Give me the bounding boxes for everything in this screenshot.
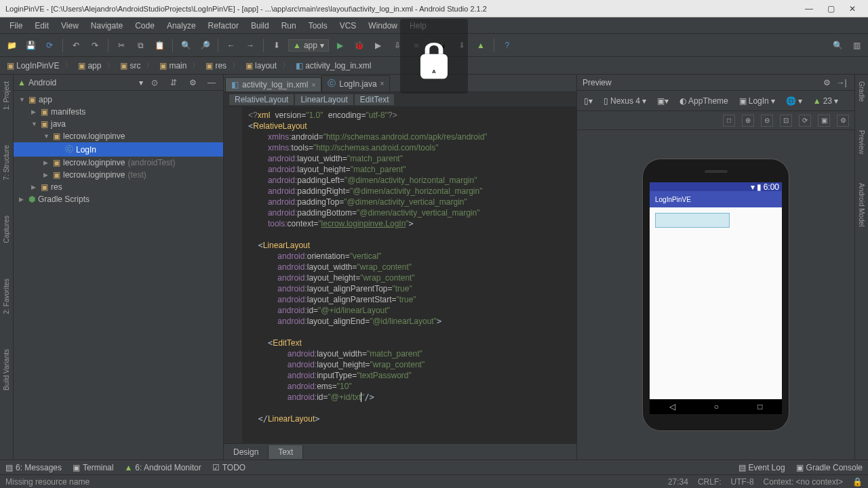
tree-node-login[interactable]: ⓒLogIn (14, 142, 223, 157)
menu-run[interactable]: Run (276, 20, 302, 32)
close-icon[interactable]: × (311, 81, 315, 89)
menu-vcs[interactable]: VCS (334, 20, 362, 32)
toolwindow-messages-tab[interactable]: ▤6: Messages (5, 463, 62, 472)
breadcrumb-root[interactable]: ▣LogInPinVE (4, 60, 62, 71)
menu-file[interactable]: File (4, 20, 28, 32)
menu-build[interactable]: Build (245, 20, 275, 32)
breadcrumb-item[interactable]: EditText (355, 94, 395, 105)
toolwindow-gradle-tab[interactable]: Gradle (857, 77, 866, 106)
tree-node-package[interactable]: ▼▣lecrow.loginpinve (14, 130, 223, 142)
run-with-coverage-icon[interactable]: ▶ (371, 38, 386, 53)
toolwindow-preview-tab[interactable]: Preview (857, 126, 866, 159)
editor-tab-java[interactable]: ⓒLogIn.java× (321, 75, 390, 92)
breadcrumb-item[interactable]: ▣layout (243, 60, 279, 71)
minimize-button[interactable]: — (799, 2, 819, 16)
zoom-actual-icon[interactable]: □ (723, 115, 735, 127)
breadcrumb-item[interactable]: ▣src (117, 60, 143, 71)
close-button[interactable]: ✕ (842, 2, 863, 16)
tree-node-manifests[interactable]: ▶▣manifests (14, 106, 223, 118)
tree-node-res[interactable]: ▶▣res (14, 181, 223, 193)
breadcrumb-item[interactable]: ▣main (157, 60, 189, 71)
project-mode-selector[interactable]: ▲ Android ▾ (18, 78, 143, 87)
refresh-icon[interactable]: ⟳ (799, 115, 811, 127)
hide-icon[interactable]: →| (834, 75, 849, 90)
undo-icon[interactable]: ↶ (68, 38, 83, 53)
menu-tools[interactable]: Tools (303, 20, 333, 32)
breadcrumb-item[interactable]: ▣app (75, 60, 104, 71)
cut-icon[interactable]: ✂ (114, 38, 129, 53)
tree-node-package[interactable]: ▶▣lecrow.loginpinve (androidTest) (14, 157, 223, 169)
settings-icon[interactable]: ⚙ (819, 75, 834, 90)
hide-icon[interactable]: — (204, 75, 219, 90)
menu-refactor[interactable]: Refactor (203, 20, 244, 32)
collapse-all-icon[interactable]: ⇵ (166, 75, 181, 90)
forward-icon[interactable]: → (243, 38, 258, 53)
menu-navigate[interactable]: Navigate (85, 20, 128, 32)
zoom-out-icon[interactable]: ⊖ (761, 115, 773, 127)
toolwindow-androidmodel-tab[interactable]: Android Model (857, 179, 866, 230)
menu-edit[interactable]: Edit (29, 20, 54, 32)
code-editor[interactable]: <?xml version="1.0" encoding="utf-8"?> <… (243, 107, 576, 443)
close-icon[interactable]: × (380, 80, 384, 87)
api-selector[interactable]: ▲23▾ (810, 95, 841, 107)
find-icon[interactable]: 🔍 (178, 38, 193, 53)
scroll-from-source-icon[interactable]: ⊙ (147, 75, 162, 90)
toolwindow-captures-tab[interactable]: Captures (2, 211, 11, 247)
toolwindow-icon[interactable]: ▥ (849, 38, 864, 53)
toolwindow-todo-tab[interactable]: ☑TODO (212, 463, 245, 472)
settings-icon[interactable]: ⚙ (185, 75, 200, 90)
settings-icon[interactable]: ⚙ (837, 115, 849, 127)
breadcrumb-item[interactable]: RelativeLayout (229, 94, 294, 105)
zoom-in-icon[interactable]: ⊕ (742, 115, 754, 127)
maximize-button[interactable]: ▢ (821, 2, 841, 16)
project-tree[interactable]: ▼▣app ▶▣manifests ▼▣java ▼▣lecrow.loginp… (14, 91, 223, 460)
editor-gutter[interactable] (224, 107, 243, 443)
device-selector[interactable]: ▯Nexus 4▾ (601, 95, 649, 107)
text-tab[interactable]: Text (269, 445, 303, 459)
save-icon[interactable]: 💾 (23, 38, 38, 53)
theme-selector[interactable]: ◐AppTheme (677, 95, 731, 107)
run-icon[interactable]: ▶ (333, 38, 348, 53)
cursor-position[interactable]: 27:34 (668, 477, 688, 487)
line-separator[interactable]: CRLF: (698, 477, 722, 487)
activity-selector[interactable]: ▣LogIn▾ (736, 95, 778, 107)
breadcrumb-item[interactable]: LinearLayout (295, 94, 353, 105)
editor-tab-xml[interactable]: ◧activity_log_in.xml× (225, 77, 321, 92)
orientation-selector[interactable]: ▯▾ (581, 95, 595, 107)
context-indicator[interactable]: Context: <no context> (764, 477, 843, 487)
help-icon[interactable]: ? (500, 38, 515, 53)
locale-selector[interactable]: 🌐▾ (783, 95, 805, 107)
toolwindow-eventlog-tab[interactable]: ▤Event Log (738, 463, 785, 472)
menu-analyze[interactable]: Analyze (161, 20, 201, 32)
toolwindow-terminal-tab[interactable]: ▣Terminal (73, 463, 113, 472)
sync-icon[interactable]: ⟳ (42, 38, 57, 53)
back-icon[interactable]: ← (224, 38, 239, 53)
paste-icon[interactable]: 📋 (152, 38, 167, 53)
lock-icon[interactable]: 🔒 (852, 477, 863, 487)
preview-canvas[interactable]: ▾ ▮ 6:00 LogInPinVE ◁ ○ □ (577, 130, 854, 460)
toolwindow-gradleconsole-tab[interactable]: ▣Gradle Console (796, 463, 863, 472)
menu-view[interactable]: View (56, 20, 84, 32)
toolwindow-project-tab[interactable]: 1: Project (2, 77, 11, 114)
toolwindow-structure-tab[interactable]: 7: Structure (2, 141, 11, 184)
zoom-fit-icon[interactable]: ⊡ (780, 115, 792, 127)
toolwindow-monitor-tab[interactable]: ▲6: Android Monitor (124, 463, 201, 472)
file-encoding[interactable]: UTF-8 (731, 477, 754, 487)
search-everywhere-icon[interactable]: 🔍 (830, 38, 845, 53)
menu-window[interactable]: Window (363, 20, 403, 32)
design-tab[interactable]: Design (224, 445, 269, 459)
replace-icon[interactable]: 🔎 (197, 38, 212, 53)
open-icon[interactable]: 📁 (4, 38, 19, 53)
copy-icon[interactable]: ⧉ (133, 38, 148, 53)
breadcrumb-item[interactable]: ▣res (203, 60, 229, 71)
redo-icon[interactable]: ↷ (87, 38, 102, 53)
debug-icon[interactable]: 🐞 (352, 38, 367, 53)
make-icon[interactable]: ⬇ (269, 38, 284, 53)
toolwindow-buildvariants-tab[interactable]: Build Variants (2, 345, 11, 394)
android-monitor-icon[interactable]: ▲ (473, 38, 488, 53)
config-selector[interactable]: ▣▾ (654, 95, 671, 107)
tree-node-app[interactable]: ▼▣app (14, 94, 223, 106)
tree-node-gradle[interactable]: ▶⬢Gradle Scripts (14, 193, 223, 205)
toolwindow-favorites-tab[interactable]: 2: Favorites (2, 274, 11, 318)
menu-code[interactable]: Code (130, 20, 160, 32)
